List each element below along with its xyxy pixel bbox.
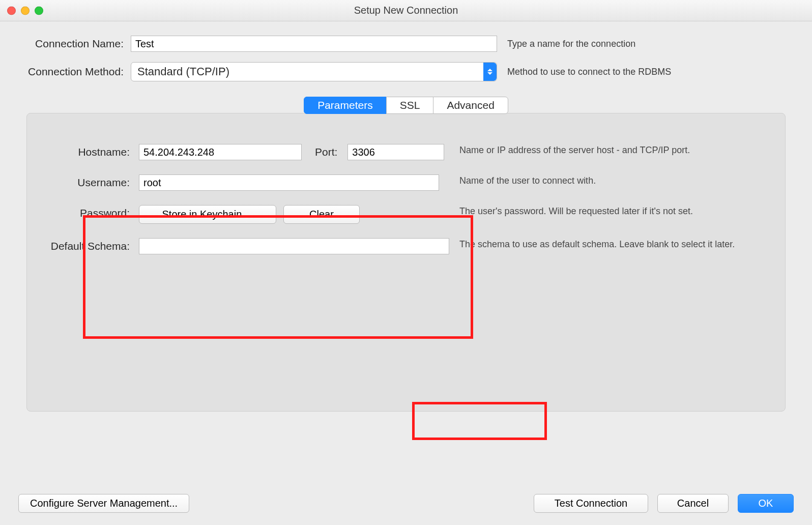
cancel-button[interactable]: Cancel — [657, 494, 729, 513]
row-password: Password: Store in Keychain ... Clear Th… — [37, 205, 775, 224]
clear-password-button[interactable]: Clear — [283, 205, 360, 224]
row-hostname: Hostname: Port: Name or IP address of th… — [37, 144, 775, 160]
minimize-window-icon[interactable] — [21, 6, 30, 15]
row-connection-method: Connection Method: Standard (TCP/IP) Met… — [16, 62, 796, 81]
tab-advanced[interactable]: Advanced — [433, 97, 508, 114]
row-username: Username: Name of the user to connect wi… — [37, 174, 775, 191]
connection-method-select[interactable]: Standard (TCP/IP) — [131, 62, 497, 81]
parameters-panel: Hostname: Port: Name or IP address of th… — [26, 113, 786, 412]
tab-parameters[interactable]: Parameters — [304, 97, 387, 114]
connection-name-input[interactable] — [131, 36, 497, 52]
ok-button[interactable]: OK — [738, 494, 794, 513]
username-label: Username: — [37, 174, 139, 189]
test-connection-button[interactable]: Test Connection — [534, 494, 648, 513]
password-help: The user's password. Will be requested l… — [449, 205, 775, 217]
configure-server-management-button[interactable]: Configure Server Management... — [18, 494, 189, 513]
port-label: Port: — [309, 146, 340, 158]
username-help: Name of the user to connect with. — [449, 174, 775, 187]
row-connection-name: Connection Name: Type a name for the con… — [16, 36, 796, 52]
hostname-input[interactable] — [139, 144, 302, 160]
connection-name-help: Type a name for the connection — [497, 39, 796, 49]
hostname-label: Hostname: — [37, 144, 139, 158]
default-schema-label: Default Schema: — [37, 238, 139, 252]
tab-ssl[interactable]: SSL — [386, 97, 434, 114]
close-window-icon[interactable] — [7, 6, 16, 15]
default-schema-help: The schema to use as default schema. Lea… — [449, 238, 775, 250]
bottom-bar: Configure Server Management... Test Conn… — [0, 494, 812, 513]
connection-method-help: Method to use to connect to the RDBMS — [497, 67, 796, 77]
connection-name-label: Connection Name: — [16, 38, 131, 50]
window-title: Setup New Connection — [354, 5, 458, 16]
chevron-updown-icon — [483, 63, 497, 81]
annotation-highlight-params — [83, 215, 473, 339]
connection-method-label: Connection Method: — [16, 66, 131, 78]
store-keychain-button[interactable]: Store in Keychain ... — [139, 205, 276, 224]
username-input[interactable] — [139, 174, 439, 191]
connection-method-value: Standard (TCP/IP) — [137, 65, 229, 78]
connection-header: Connection Name: Type a name for the con… — [0, 21, 812, 96]
default-schema-input[interactable] — [139, 238, 449, 254]
window-controls — [7, 6, 43, 15]
password-label: Password: — [37, 205, 139, 219]
zoom-window-icon[interactable] — [35, 6, 43, 15]
tabbar: Parameters SSL Advanced — [26, 97, 786, 114]
row-default-schema: Default Schema: The schema to use as def… — [37, 238, 775, 254]
hostname-help: Name or IP address of the server host - … — [449, 144, 775, 156]
titlebar: Setup New Connection — [0, 0, 812, 21]
port-input[interactable] — [347, 144, 444, 160]
